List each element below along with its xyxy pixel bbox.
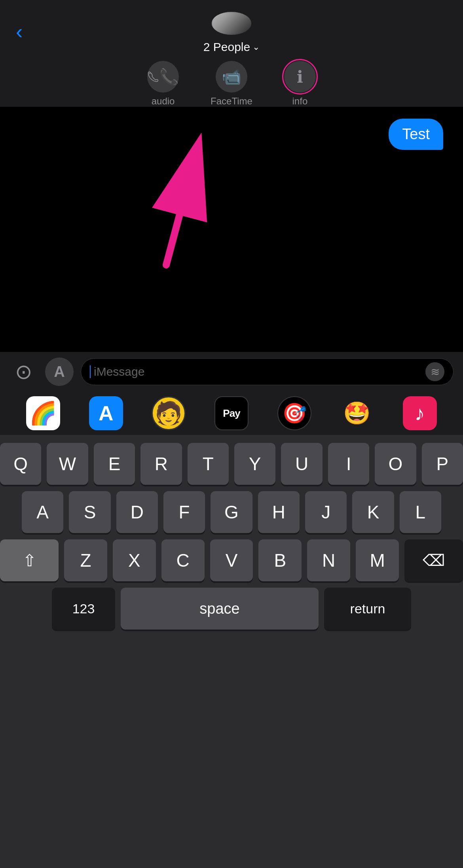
key-k[interactable]: K <box>352 491 394 533</box>
dock-app-memoji2[interactable]: 🤩 <box>340 396 374 430</box>
app-dock: 🌈 A 🧑 Pay 🎯 🤩 ♪ <box>0 391 463 435</box>
applepay-icon: Pay <box>223 407 240 420</box>
key-e[interactable]: E <box>94 443 135 485</box>
appstore-icon: A <box>99 401 114 425</box>
key-c[interactable]: C <box>161 539 205 581</box>
memoji-icon: 🧑 <box>155 400 182 426</box>
key-j[interactable]: J <box>305 491 347 533</box>
avatar-image <box>212 12 251 35</box>
keyboard-row-bottom: 123 space return <box>0 588 463 630</box>
key-g[interactable]: G <box>211 491 252 533</box>
camera-button[interactable]: ⊙ <box>9 357 38 386</box>
dock-app-music[interactable]: ♪ <box>403 396 437 430</box>
keyboard-row-1: Q W E R T Y U I O P <box>0 443 463 485</box>
key-f[interactable]: F <box>163 491 205 533</box>
info-icon-glyph: ℹ <box>297 67 303 87</box>
key-x[interactable]: X <box>113 539 156 581</box>
shift-icon: ⇧ <box>23 551 36 570</box>
return-key[interactable]: return <box>324 588 411 630</box>
facetime-label: FaceTime <box>211 96 252 107</box>
memoji2-icon: 🤩 <box>343 400 371 426</box>
text-cursor <box>90 365 91 378</box>
dock-app-fitness[interactable]: 🎯 <box>277 396 311 430</box>
key-l[interactable]: L <box>400 491 441 533</box>
dock-app-photos[interactable]: 🌈 <box>26 396 60 430</box>
audio-action-button[interactable]: 📞 audio <box>147 61 179 107</box>
space-key[interactable]: space <box>121 588 319 630</box>
key-r[interactable]: R <box>140 443 182 485</box>
key-i[interactable]: I <box>328 443 369 485</box>
phone-icon <box>147 68 159 85</box>
back-button[interactable]: ‹ <box>16 20 23 43</box>
header: ‹ 2 People ⌄ 📞 audio 📹 FaceTime <box>0 0 463 107</box>
audio-input-button[interactable]: ≋ <box>425 362 444 381</box>
key-n[interactable]: N <box>307 539 350 581</box>
waveform-icon: ≋ <box>431 365 440 378</box>
key-z[interactable]: Z <box>64 539 107 581</box>
key-m[interactable]: M <box>356 539 399 581</box>
avatar <box>212 12 251 35</box>
input-bar: ⊙ A iMessage ≋ <box>0 352 463 391</box>
key-h[interactable]: H <box>258 491 300 533</box>
placeholder-text: iMessage <box>94 365 144 378</box>
keyboard: Q W E R T Y U I O P A S D F G H J K L ⇧ … <box>0 435 463 868</box>
phone-icon-glyph: 📞 <box>159 68 179 86</box>
camera-icon: ⊙ <box>15 360 32 384</box>
backspace-icon: ⌫ <box>423 551 445 569</box>
numbers-key[interactable]: 123 <box>52 588 115 630</box>
key-u[interactable]: U <box>281 443 322 485</box>
keyboard-row-3: ⇧ Z X C V B N M ⌫ <box>0 539 463 581</box>
key-b[interactable]: B <box>258 539 302 581</box>
apps-button[interactable]: A <box>45 357 74 386</box>
info-label: info <box>292 96 308 107</box>
message-input-field[interactable]: iMessage ≋ <box>81 358 454 385</box>
fitness-icon: 🎯 <box>282 402 307 425</box>
video-icon-glyph: 📹 <box>222 68 241 86</box>
key-v[interactable]: V <box>210 539 253 581</box>
key-q[interactable]: Q <box>0 443 41 485</box>
apps-icon: A <box>54 363 65 380</box>
key-y[interactable]: Y <box>234 443 275 485</box>
keyboard-row-2: A S D F G H J K L <box>0 491 463 533</box>
key-d[interactable]: D <box>116 491 158 533</box>
info-action-button[interactable]: ℹ info <box>284 61 316 107</box>
photos-icon: 🌈 <box>29 400 57 426</box>
message-area: Test <box>0 107 463 352</box>
chevron-down-icon: ⌄ <box>252 42 260 52</box>
music-icon: ♪ <box>415 401 425 425</box>
dock-app-applepay[interactable]: Pay <box>214 396 249 430</box>
message-placeholder: iMessage <box>90 365 144 378</box>
facetime-icon-circle: 📹 <box>216 61 247 93</box>
key-a[interactable]: A <box>22 491 63 533</box>
action-row: 📞 audio 📹 FaceTime ℹ info <box>131 61 332 107</box>
info-icon-circle: ℹ <box>284 61 316 93</box>
key-p[interactable]: P <box>422 443 463 485</box>
audio-icon-circle: 📞 <box>147 61 179 93</box>
backspace-key[interactable]: ⌫ <box>404 539 463 581</box>
audio-label: audio <box>152 96 175 107</box>
key-w[interactable]: W <box>47 443 88 485</box>
key-o[interactable]: O <box>375 443 416 485</box>
dock-app-memoji[interactable]: 🧑 <box>152 396 186 430</box>
shift-key[interactable]: ⇧ <box>0 539 59 581</box>
key-t[interactable]: T <box>188 443 229 485</box>
key-s[interactable]: S <box>69 491 110 533</box>
message-bubble: Test <box>389 119 443 150</box>
dock-app-appstore[interactable]: A <box>89 396 123 430</box>
people-label[interactable]: 2 People ⌄ <box>203 40 260 54</box>
facetime-action-button[interactable]: 📹 FaceTime <box>211 61 252 107</box>
